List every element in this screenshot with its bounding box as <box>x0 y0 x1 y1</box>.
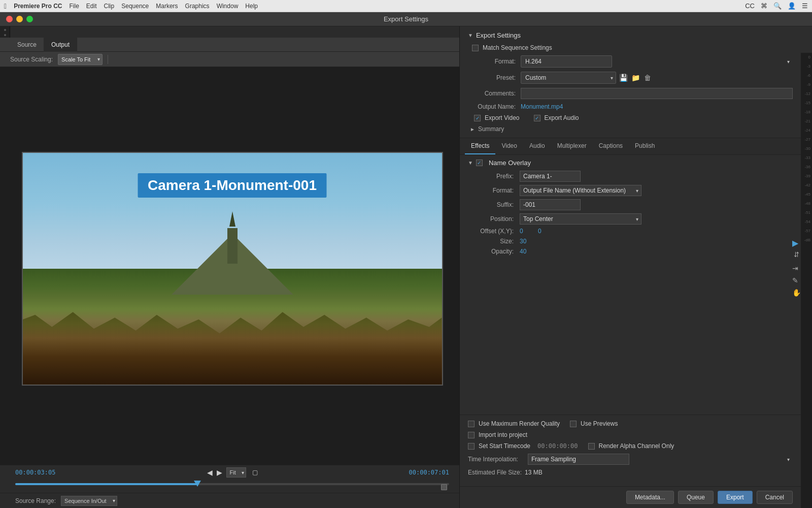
ruler-15: -15 <box>801 99 812 108</box>
source-range-select[interactable]: Sequence In/Out <box>61 496 117 506</box>
import-checkbox[interactable] <box>468 432 475 438</box>
source-scaling-label: Source Scaling: <box>10 56 53 63</box>
menu-sequence[interactable]: Sequence <box>121 3 149 10</box>
format-label: Format: <box>470 58 516 65</box>
menu-markers[interactable]: Markers <box>156 3 178 10</box>
opacity-value[interactable]: 40 <box>520 248 526 255</box>
comments-input[interactable] <box>521 88 793 99</box>
name-overlay-format-wrapper: Output File Name (Without Extension) <box>520 185 641 196</box>
apple-icon[interactable]:  <box>4 2 7 10</box>
scale-to-fit-select[interactable]: Scale To Fit <box>58 54 103 65</box>
export-audio-checkbox[interactable] <box>534 115 540 121</box>
import-label: Import into project <box>479 431 527 438</box>
preset-dropdown-wrapper: Custom <box>521 72 616 84</box>
format-select[interactable]: H.264 <box>521 55 612 68</box>
start-timecode-checkbox[interactable] <box>468 443 475 450</box>
prefix-input[interactable] <box>520 171 581 182</box>
render-alpha-label: Render Alpha Channel Only <box>599 442 674 450</box>
render-alpha-checkbox[interactable] <box>588 443 595 450</box>
tab-publish[interactable]: Publish <box>629 138 661 154</box>
file-size-label: Estimated File Size: <box>468 469 522 476</box>
metadata-button[interactable]: Metadata... <box>626 491 674 504</box>
offset-y[interactable]: 0 <box>538 228 553 235</box>
ruler-27: -27 <box>801 135 812 144</box>
control-center-icon[interactable]: ☰ <box>802 2 808 10</box>
output-name-row: Output Name: Monument.mp4 <box>468 103 793 110</box>
scrubber-end-handle[interactable] <box>441 484 447 490</box>
name-overlay-checkbox[interactable] <box>476 160 483 166</box>
render-quality-row: Use Maximum Render Quality Use Previews <box>468 420 793 427</box>
start-timecode-label: Set Start Timecode <box>479 442 530 450</box>
right-content: ▼ Export Settings Match Sequence Setting… <box>460 26 801 508</box>
app-name: Premiere Pro CC <box>14 3 62 10</box>
menu-window[interactable]: Window <box>217 3 239 10</box>
position-select[interactable]: Top Center <box>520 213 641 225</box>
cancel-button[interactable]: Cancel <box>757 491 793 504</box>
fit-button[interactable]: ▢ <box>252 469 258 476</box>
video-title-overlay: Camera 1-Monument-001 <box>138 173 327 198</box>
source-range-select-wrapper: Sequence In/Out <box>61 496 117 506</box>
tab-audio[interactable]: Audio <box>523 138 551 154</box>
summary-row[interactable]: ► Summary <box>468 125 793 133</box>
nav-expand-icon[interactable]: ⇥ <box>792 264 801 272</box>
preset-select[interactable]: Custom <box>521 72 616 84</box>
match-sequence-label: Match Sequence Settings <box>483 44 552 51</box>
use-previews-label: Use Previews <box>581 420 618 427</box>
zoom-select[interactable]: Fit <box>226 467 246 478</box>
save-preset-icon[interactable]: 💾 <box>618 73 628 83</box>
time-interp-wrapper: Frame Sampling <box>528 454 793 465</box>
preset-controls: Custom 💾 📁 🗑 <box>521 72 653 84</box>
import-preset-icon[interactable]: 📁 <box>630 73 640 83</box>
maximize-button[interactable] <box>26 16 33 22</box>
tab-video[interactable]: Video <box>495 138 523 154</box>
step-back-button[interactable]: ◀ <box>207 468 213 477</box>
time-row: 00:00:03:05 ◀ ▶ Fit ▢ 00:00:07:01 <box>15 467 449 478</box>
menu-edit[interactable]: Edit <box>86 3 97 10</box>
export-settings-section: ▼ Export Settings Match Sequence Setting… <box>460 26 801 138</box>
tab-multiplexer[interactable]: Multiplexer <box>551 138 593 154</box>
nav-hand-icon[interactable]: ✋ <box>792 289 801 297</box>
menu-graphics[interactable]: Graphics <box>185 3 210 10</box>
match-sequence-checkbox[interactable] <box>472 45 479 51</box>
nav-pen-icon[interactable]: ✎ <box>792 276 801 284</box>
tab-captions[interactable]: Captions <box>593 138 629 154</box>
time-interp-select[interactable]: Frame Sampling <box>528 454 629 465</box>
suffix-row: Suffix: <box>468 199 793 210</box>
menu-file[interactable]: File <box>70 3 79 10</box>
tab-output[interactable]: Output <box>44 38 77 52</box>
name-overlay-format-select[interactable]: Output File Name (Without Extension) <box>520 185 641 196</box>
menu-clip[interactable]: Clip <box>104 3 115 10</box>
export-button[interactable]: Export <box>718 491 753 504</box>
output-name-link[interactable]: Monument.mp4 <box>521 103 563 110</box>
offset-label: Offset (X,Y): <box>473 228 514 235</box>
nav-right-arrow[interactable]: ▶ <box>792 238 801 248</box>
scrubber-handle[interactable] <box>194 481 201 487</box>
summary-chevron: ► <box>470 126 475 132</box>
delete-preset-icon[interactable]: 🗑 <box>642 73 653 83</box>
step-forward-button[interactable]: ▶ <box>217 468 222 477</box>
right-panel: 0 -3 -6 -9 -12 -15 -18 -21 -24 -27 -30 -… <box>459 26 812 508</box>
close-button[interactable] <box>6 16 13 22</box>
name-overlay-title: Name Overlay <box>489 159 531 167</box>
preview-area: Camera 1-Monument-001 <box>0 67 459 465</box>
max-render-checkbox[interactable] <box>468 421 475 427</box>
bottom-bar: Source Range: Sequence In/Out <box>0 493 459 508</box>
timecode-value: 00:00:00:00 <box>537 442 578 450</box>
tab-effects[interactable]: Effects <box>465 138 495 154</box>
use-previews-checkbox[interactable] <box>570 421 577 427</box>
nav-swap-icon[interactable]: ⇆ <box>793 251 801 260</box>
size-value[interactable]: 30 <box>520 238 526 245</box>
queue-button[interactable]: Queue <box>678 491 714 504</box>
name-overlay-header[interactable]: ▼ Name Overlay <box>468 159 793 167</box>
export-settings-header[interactable]: ▼ Export Settings <box>468 31 793 39</box>
window-controls <box>6 16 33 22</box>
offset-x[interactable]: 0 <box>520 228 535 235</box>
menu-help[interactable]: Help <box>245 3 258 10</box>
search-icon[interactable]: 🔍 <box>773 2 782 10</box>
export-video-checkbox[interactable] <box>474 115 481 121</box>
minimize-button[interactable] <box>16 16 23 22</box>
opacity-label: Opacity: <box>473 248 514 255</box>
tab-source[interactable]: Source <box>10 38 44 52</box>
scrubber-track[interactable] <box>15 483 449 485</box>
suffix-input[interactable] <box>520 199 581 210</box>
